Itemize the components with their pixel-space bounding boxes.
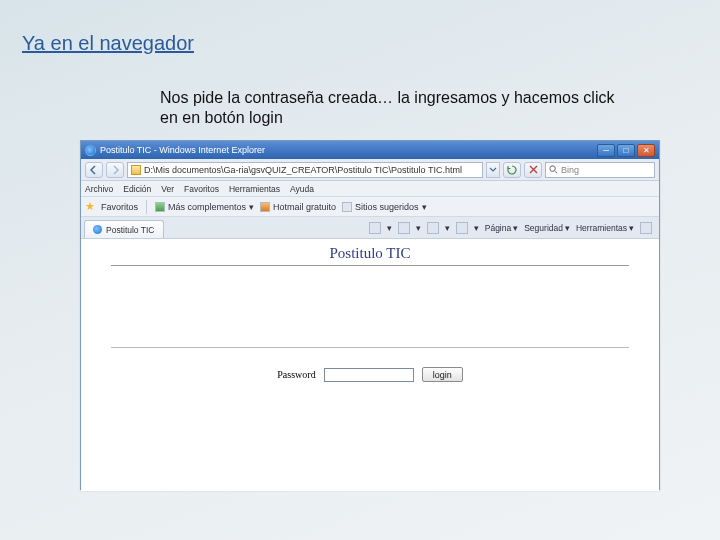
fav-link-label: Hotmail gratuito: [273, 202, 336, 212]
favorites-label[interactable]: Favoritos: [101, 202, 138, 212]
slide-title: Ya en el navegador: [22, 32, 194, 55]
print-icon[interactable]: [456, 222, 468, 234]
ie-icon: [85, 145, 96, 156]
menu-item-edicion[interactable]: Edición: [123, 184, 151, 194]
maximize-button[interactable]: □: [617, 144, 635, 157]
arrow-right-icon: [110, 165, 120, 175]
tab-bar: Postitulo TIC ▾ ▾ ▾ ▾ Página ▾ Seguridad…: [81, 217, 659, 239]
window-titlebar[interactable]: Postitulo TIC - Windows Internet Explore…: [81, 141, 659, 159]
password-label: Password: [277, 369, 315, 380]
home-icon[interactable]: [369, 222, 381, 234]
tab-postitulo[interactable]: Postitulo TIC: [84, 220, 164, 238]
login-button-label: login: [433, 370, 452, 380]
suggested-icon: [342, 202, 352, 212]
toolbar-seguridad[interactable]: Seguridad ▾: [524, 223, 570, 233]
tab-label: Postitulo TIC: [106, 225, 155, 235]
separator: ▾: [416, 223, 421, 233]
page-title: Postitulo TIC: [81, 245, 659, 262]
fav-link-sugeridos[interactable]: Sitios sugeridos ▾: [342, 202, 427, 212]
chevron-down-icon: [489, 166, 497, 174]
menu-item-ver[interactable]: Ver: [161, 184, 174, 194]
favorites-bar: ★ Favoritos Más complementos ▾ Hotmail g…: [81, 197, 659, 217]
address-dropdown[interactable]: [486, 162, 500, 178]
stop-button[interactable]: [524, 162, 542, 178]
menu-bar: Archivo Edición Ver Favoritos Herramient…: [81, 181, 659, 197]
chevron-down-icon: ▾: [249, 202, 254, 212]
feed-icon[interactable]: [398, 222, 410, 234]
fav-link-label: Más complementos: [168, 202, 246, 212]
addon-icon: [155, 202, 165, 212]
star-icon[interactable]: ★: [85, 200, 95, 213]
separator: ▾: [445, 223, 450, 233]
divider: [111, 265, 629, 266]
slide-description: Nos pide la contraseña creada… la ingres…: [160, 88, 630, 128]
arrow-left-icon: [89, 165, 99, 175]
toolbar-pagina[interactable]: Página ▾: [485, 223, 518, 233]
address-bar[interactable]: D:\Mis documentos\Ga-ria\gsvQUIZ_CREATOR…: [127, 162, 483, 178]
chevron-down-icon: ▾: [422, 202, 427, 212]
toolbar-label: Seguridad: [524, 223, 563, 233]
ie-icon: [93, 225, 102, 234]
toolbar-label: Página: [485, 223, 511, 233]
menu-item-herramientas[interactable]: Herramientas: [229, 184, 280, 194]
fav-link-hotmail[interactable]: Hotmail gratuito: [260, 202, 336, 212]
search-box[interactable]: Bing: [545, 162, 655, 178]
menu-item-ayuda[interactable]: Ayuda: [290, 184, 314, 194]
forward-button[interactable]: [106, 162, 124, 178]
mail-icon[interactable]: [427, 222, 439, 234]
divider: [111, 347, 629, 348]
login-button[interactable]: login: [422, 367, 463, 382]
hotmail-icon: [260, 202, 270, 212]
close-button[interactable]: ✕: [637, 144, 655, 157]
menu-item-favoritos[interactable]: Favoritos: [184, 184, 219, 194]
page-content: Postitulo TIC Password login: [81, 239, 659, 491]
refresh-button[interactable]: [503, 162, 521, 178]
search-icon: [549, 165, 558, 174]
back-button[interactable]: [85, 162, 103, 178]
separator: [146, 200, 147, 214]
fav-link-complementos[interactable]: Más complementos ▾: [155, 202, 254, 212]
command-bar: ▾ ▾ ▾ ▾ Página ▾ Seguridad ▾ Herramienta…: [369, 218, 656, 238]
toolbar-label: Herramientas: [576, 223, 627, 233]
help-icon[interactable]: [640, 222, 652, 234]
separator: ▾: [474, 223, 479, 233]
separator: ▾: [387, 223, 392, 233]
minimize-button[interactable]: ─: [597, 144, 615, 157]
window-title: Postitulo TIC - Windows Internet Explore…: [100, 145, 265, 155]
password-input[interactable]: [324, 368, 414, 382]
browser-window: Postitulo TIC - Windows Internet Explore…: [80, 140, 660, 490]
search-placeholder: Bing: [561, 165, 579, 175]
navigation-bar: D:\Mis documentos\Ga-ria\gsvQUIZ_CREATOR…: [81, 159, 659, 181]
file-icon: [131, 165, 141, 175]
menu-item-archivo[interactable]: Archivo: [85, 184, 113, 194]
toolbar-herramientas[interactable]: Herramientas ▾: [576, 223, 634, 233]
refresh-icon: [507, 165, 517, 175]
address-text: D:\Mis documentos\Ga-ria\gsvQUIZ_CREATOR…: [144, 165, 462, 175]
fav-link-label: Sitios sugeridos: [355, 202, 419, 212]
login-form: Password login: [81, 367, 659, 382]
stop-icon: [529, 165, 538, 174]
svg-point-0: [550, 166, 555, 171]
